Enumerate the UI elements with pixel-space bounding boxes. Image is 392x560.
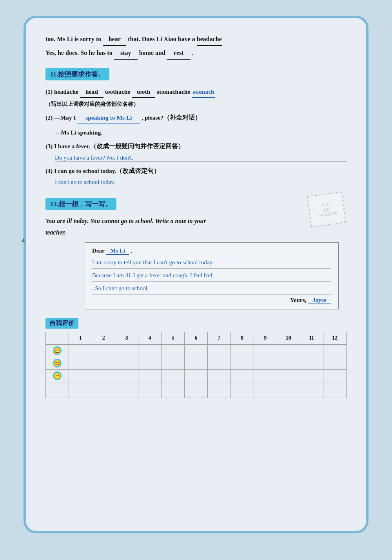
eval-cell-1-happy (69, 344, 92, 357)
eval-col-10: 10 (277, 332, 300, 344)
q3-text: I have a fever.（改成一般疑问句并作否定回答） (54, 143, 184, 149)
eval-cell-5-happy (162, 344, 185, 357)
q1-fill1: head (80, 86, 103, 98)
eval-col-2: 2 (92, 332, 115, 344)
eval-col-11: 11 (300, 332, 323, 344)
intro-line2-pre: Yes, he does. So he has to (45, 49, 113, 56)
section-11: 11.按照要求作答。 (1) headache head toothache t… (45, 61, 347, 187)
eval-icon-header (46, 332, 69, 344)
eval-cell-3-sad (115, 369, 138, 382)
eval-row-extra (46, 382, 347, 398)
q2-post: , please?（补全对话） (142, 114, 201, 121)
eval-col-6: 6 (184, 332, 207, 344)
intro-block: too. Ms Li is sorry to hear that. Does L… (45, 34, 347, 46)
eval-cell-9-mid (254, 357, 277, 369)
eval-col-8: 8 (230, 332, 254, 344)
section-12-header: 12.想一想，写一写。 (45, 198, 116, 210)
eval-cell-3-mid (115, 357, 138, 369)
salutation-pre: Dear (92, 247, 104, 254)
page-number: 4 (22, 238, 25, 244)
intro-fill-hear: hear (103, 34, 126, 46)
letter-line1: I am sorry to tell you that I can't go t… (92, 256, 331, 269)
salutation-fill: Ms Li (106, 247, 129, 255)
eval-col-3: 3 (115, 332, 138, 344)
eval-label: 自我评价 (45, 318, 78, 329)
eval-cell-4-happy (138, 344, 162, 357)
eval-cell-4-sad (138, 369, 162, 382)
eval-header-row: 1 2 3 4 5 6 7 8 9 10 11 12 (46, 332, 347, 344)
eval-cell-11-mid (300, 357, 323, 369)
eval-cell-7-sad (207, 369, 230, 382)
letter-line2: Because I am ill. I get a fever and coug… (92, 269, 331, 282)
intro-line1-pre: too. Ms Li is sorry to (45, 36, 101, 42)
q4-line: (4) I can go to school today.（改成否定句） (45, 165, 347, 176)
eval-icon-happy: 😄 (46, 344, 69, 357)
eval-cell-12-sad (323, 369, 346, 382)
q4-answer: I can't go to school today. (55, 179, 347, 186)
q4-text: I can go to school today.（改成否定句） (54, 167, 160, 174)
eval-cell-10-happy (277, 344, 300, 357)
letter-line3: . So I can't go to school. (92, 282, 331, 295)
eval-table: 1 2 3 4 5 6 7 8 9 10 11 12 😄 (45, 332, 347, 398)
intro-fill-rest: rest (167, 47, 191, 60)
eval-cell-10-sad (277, 369, 300, 382)
eval-cell-8-mid (230, 357, 254, 369)
q1-fill3: stomach (192, 86, 215, 98)
q2-fill: speaking to Ms Li (77, 112, 140, 124)
eval-cell-9-sad (254, 369, 277, 382)
page-container: 4 too. Ms Li is sorry to hear that. Does… (24, 16, 368, 533)
eval-cell-10-mid (277, 357, 300, 369)
q2-answer: —Ms Li speaking. (55, 129, 102, 136)
closing: Yours, (290, 297, 306, 303)
letter-salutation: Dear Ms Li , (92, 247, 331, 255)
q1-fill2: tooth (132, 86, 155, 98)
q4-number: (4) (45, 167, 53, 174)
q1-text2: toothache (105, 88, 131, 95)
eval-col-7: 7 (207, 332, 230, 344)
eval-cell-2-sad (92, 369, 115, 382)
eval-cell-6-happy (184, 344, 207, 357)
q2-answer-line: —Ms Li speaking. (55, 127, 347, 138)
q2-number: (2) (45, 114, 53, 121)
eval-row-happy: 😄 (46, 344, 347, 357)
section-11-header: 11.按照要求作答。 (45, 68, 109, 80)
intro-line2-mid: home and (139, 49, 165, 56)
writing-prompt: You are ill today. You cannot go to scho… (45, 216, 347, 238)
q2-line: (2) —May I speaking to Ms Li , please?（补… (45, 112, 347, 124)
eval-cell-1-sad (69, 369, 92, 382)
eval-col-12: 12 (323, 332, 346, 344)
q3-answer: Do you have a fever? No, I don't. (55, 155, 347, 162)
intro-fill-stay: stay (114, 47, 138, 60)
eval-cell-6-sad (184, 369, 207, 382)
eval-cell-11-happy (300, 344, 323, 357)
intro-line1-mid: that. Does Li Xiao have a (128, 36, 195, 42)
eval-col-5: 5 (162, 332, 185, 344)
q1-note: （写出以上词语对应的身体部位名称） (45, 101, 139, 107)
eval-cell-4-mid (138, 357, 162, 369)
eval-cell-5-mid (162, 357, 185, 369)
section-12: 12.想一想，写一写。 You are ill today. You canno… (45, 191, 347, 309)
eval-cell-12-mid (323, 357, 346, 369)
q1-number: (1) (45, 88, 53, 95)
intro-line2: Yes, he does. So he has to stay home and… (45, 47, 347, 60)
q1-line: (1) headache head toothache tooth stomac… (45, 86, 347, 110)
q1-text3: stomachache (157, 88, 192, 95)
intro-fill-headache: headache (197, 34, 222, 46)
eval-icon-sad: 😐 (46, 369, 69, 382)
stamp-decoration: 作业精彩书写规范书写 (307, 191, 346, 227)
eval-cell-3-happy (115, 344, 138, 357)
q1-text1: headache (54, 88, 78, 95)
eval-col-4: 4 (138, 332, 162, 344)
eval-cell-8-happy (230, 344, 254, 357)
letter-box: Dear Ms Li , I am sorry to tell you that… (85, 242, 339, 309)
eval-cell-7-happy (207, 344, 230, 357)
eval-cell-8-sad (230, 369, 254, 382)
eval-cell-9-happy (254, 344, 277, 357)
eval-cell-2-happy (92, 344, 115, 357)
eval-icon-mid: 😊 (46, 357, 69, 369)
eval-row-mid: 😊 (46, 357, 347, 369)
signature-fill: Joyce (308, 297, 331, 304)
eval-col-9: 9 (254, 332, 277, 344)
q3-number: (3) (45, 143, 53, 149)
q3-line: (3) I have a fever.（改成一般疑问句并作否定回答） (45, 140, 347, 152)
